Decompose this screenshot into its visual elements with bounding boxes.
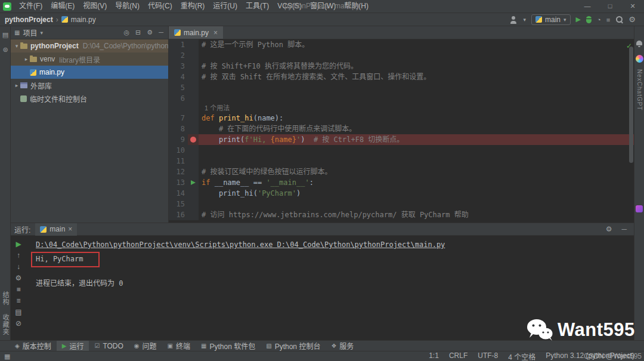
gutter[interactable]	[188, 145, 199, 156]
toolwindow-button-python-packages[interactable]: ▦Python 软件包	[196, 341, 261, 351]
clear-icon[interactable]: ⊘	[16, 319, 21, 328]
gutter[interactable]	[188, 188, 199, 199]
scroll-up-icon[interactable]: ↑	[17, 251, 20, 260]
stop-icon[interactable]: ■	[16, 285, 20, 294]
menu-item[interactable]: 运行(U)	[209, 0, 242, 13]
tree-item[interactable]: ▸venvlibrary根目录	[11, 53, 168, 66]
maximize-button[interactable]: □	[599, 0, 621, 13]
run-line-icon[interactable]	[191, 180, 196, 185]
run-config-selector[interactable]: main ▾	[531, 14, 571, 25]
status-item[interactable]: 4 个空格	[508, 351, 535, 361]
menu-item[interactable]: 导航(N)	[111, 0, 144, 13]
menu-item[interactable]: 编辑(E)	[47, 0, 79, 13]
gutter[interactable]	[188, 93, 199, 104]
search-icon[interactable]	[615, 16, 623, 23]
gutter[interactable]	[188, 199, 199, 209]
close-icon[interactable]: ×	[213, 29, 218, 37]
plugin-icon[interactable]	[636, 205, 643, 212]
gutter[interactable]	[188, 166, 199, 177]
editor[interactable]: main.py × 1# 这是一个示例 Python 脚本。23# 按 Shif…	[169, 26, 634, 223]
locate-file-icon[interactable]: ◎	[124, 29, 130, 36]
gutter[interactable]	[188, 134, 199, 145]
gutter[interactable]	[188, 113, 199, 124]
code-text	[199, 50, 634, 61]
tree-item[interactable]: main.py	[11, 66, 168, 79]
hide-panel-icon[interactable]: ─	[159, 29, 163, 36]
toolwindow-toggle-icon[interactable]: ▦	[4, 353, 10, 360]
run-toolbar: ▶↑↓⚙■≡▤⊘	[11, 236, 26, 340]
gutter[interactable]	[188, 156, 199, 166]
close-button[interactable]: ✕	[621, 0, 644, 13]
breadcrumb-file[interactable]: main.py	[71, 16, 96, 24]
stop-button[interactable]: ■	[606, 16, 611, 23]
toolwindow-button-run[interactable]: ▶运行	[57, 341, 89, 351]
gutter[interactable]	[188, 50, 199, 61]
ai-plugin-icon[interactable]	[636, 55, 643, 63]
chevron-icon[interactable]: ▸	[13, 82, 20, 88]
structure-toolwindow-button[interactable]: 结构	[1, 291, 10, 306]
problems-icon: ◉	[134, 343, 140, 349]
edit-settings-icon[interactable]: ⚙	[16, 274, 22, 282]
breadcrumb-project[interactable]: pythonProject	[5, 16, 53, 24]
status-item[interactable]: UTF-8	[478, 351, 498, 361]
toolwindow-button-services[interactable]: ❖服务	[326, 341, 359, 351]
code-line: 14 print_hi('PyCharm')	[169, 188, 634, 199]
notifications-icon[interactable]	[636, 41, 642, 45]
settings-icon[interactable]: ⚙	[606, 225, 612, 233]
restore-layout-icon[interactable]: ≡	[16, 297, 20, 305]
menu-item[interactable]: 工具(T)	[242, 0, 273, 13]
gutter[interactable]	[188, 72, 199, 82]
toolwindow-button-problems[interactable]: ◉问题	[129, 341, 162, 351]
run-button[interactable]: ▶	[576, 16, 581, 23]
toolwindow-button-version-control[interactable]: ◈版本控制	[10, 341, 57, 351]
chevron-icon[interactable]: ▸	[23, 56, 30, 62]
settings-icon[interactable]: ⚙	[628, 15, 636, 24]
usage-hint[interactable]: 1 个用法	[202, 104, 230, 112]
gutter[interactable]	[188, 177, 199, 188]
favorites-toolwindow-button[interactable]: 收藏夹	[1, 314, 10, 335]
minimize-panel-icon[interactable]: ─	[621, 225, 627, 233]
gutter[interactable]	[188, 82, 199, 93]
minimize-button[interactable]: —	[576, 0, 599, 13]
status-item[interactable]: CRLF	[449, 351, 467, 361]
gutter[interactable]	[188, 209, 199, 220]
left-tool-stripe: ▤ ⊚ 结构 收藏夹	[0, 26, 11, 340]
menu-item[interactable]: 代码(C)	[144, 0, 177, 13]
gutter[interactable]	[188, 61, 199, 72]
tree-item[interactable]: ▾pythonProjectD:\04_Code\Python\pythonPr…	[11, 39, 168, 53]
project-toolwindow-icon[interactable]: ▤	[2, 31, 8, 39]
user-icon[interactable]	[509, 16, 518, 24]
rerun-icon[interactable]: ▶	[16, 240, 21, 248]
breakpoint-icon[interactable]	[190, 137, 196, 143]
profiler-button[interactable]: ◔	[597, 16, 601, 23]
editor-tab-main-py[interactable]: main.py ×	[169, 26, 223, 39]
toolwindow-button-todo[interactable]: ☑TODO	[89, 341, 128, 351]
menu-item[interactable]: 视图(V)	[79, 0, 111, 13]
print-icon[interactable]: ▤	[15, 308, 21, 316]
code-area[interactable]: 1# 这是一个示例 Python 脚本。23# 按 Shift+F10 执行或将…	[169, 39, 634, 223]
collapse-all-icon[interactable]: ⊟	[135, 29, 141, 36]
chevron-down-icon[interactable]: ▾	[523, 17, 526, 23]
editor-scrollbar[interactable]	[629, 47, 633, 163]
commit-toolwindow-icon[interactable]: ⊚	[2, 46, 8, 54]
toolwindow-button-terminal[interactable]: ▣终端	[162, 341, 196, 351]
run-tab-main[interactable]: main ×	[35, 223, 77, 236]
menu-item[interactable]: 重构(R)	[177, 0, 209, 13]
toolwindow-label: 版本控制	[23, 341, 51, 351]
line-number: 4	[169, 72, 188, 82]
close-icon[interactable]: ×	[68, 225, 72, 233]
toolwindow-button-python-console[interactable]: ▧Python 控制台	[261, 341, 326, 351]
status-bar: ▦ 1:1CRLFUTF-84 个空格Python 3.12 (pythonPr…	[0, 351, 644, 361]
scroll-down-icon[interactable]: ↓	[17, 263, 20, 271]
debug-button[interactable]	[586, 16, 592, 23]
tree-item[interactable]: ▸外部库	[11, 79, 168, 92]
menu-item[interactable]: 文件(F)	[15, 0, 47, 13]
chevron-icon[interactable]: ▾	[13, 43, 20, 49]
nexchatgpt-toolwindow-button[interactable]: NexChatGPT	[636, 69, 643, 110]
status-item[interactable]: 1:1	[429, 351, 439, 361]
gutter[interactable]	[188, 39, 199, 50]
gutter[interactable]	[188, 124, 199, 134]
tree-item[interactable]: 临时文件和控制台	[11, 92, 168, 105]
settings-icon[interactable]: ⚙	[147, 29, 153, 36]
project-panel-title[interactable]: ▦ 项目 ▾	[14, 27, 43, 38]
